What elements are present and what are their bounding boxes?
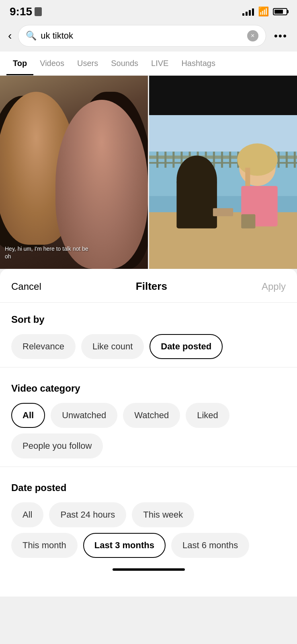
svg-rect-13 — [229, 152, 231, 168]
video-category-chips: All Unwatched Watched Liked — [11, 403, 286, 428]
date-all-chip[interactable]: All — [11, 502, 43, 527]
wifi-icon: 📶 — [258, 6, 269, 17]
category-all-chip[interactable]: All — [11, 403, 45, 428]
date-posted-title: Date posted — [11, 482, 286, 493]
filter-sheet: Cancel Filters Apply Sort by Relevance L… — [0, 269, 297, 597]
date-week-chip[interactable]: This week — [132, 502, 194, 527]
filter-title: Filters — [136, 280, 167, 293]
date-3months-chip[interactable]: Last 3 months — [83, 533, 166, 558]
svg-rect-11 — [213, 152, 215, 168]
date-chips-row2: This month Last 3 months Last 6 months — [11, 533, 286, 558]
home-indicator — [0, 562, 297, 580]
svg-rect-26 — [176, 180, 217, 229]
tab-top[interactable]: Top — [6, 52, 33, 75]
date-posted-section: Date posted All Past 24 hours This week … — [0, 471, 297, 562]
clear-button[interactable]: × — [247, 30, 258, 41]
search-input[interactable]: uk tiktok — [41, 31, 243, 41]
more-button[interactable]: ••• — [271, 28, 291, 44]
svg-rect-22 — [149, 115, 297, 151]
status-bar: 9:15 📶 — [0, 0, 297, 22]
filter-header: Cancel Filters Apply — [0, 269, 297, 303]
time-text: 9:15 — [10, 5, 32, 18]
date-24h-chip[interactable]: Past 24 hours — [49, 502, 126, 527]
video-category-section: Video category All Unwatched Watched Lik… — [0, 372, 297, 462]
signal-icon — [242, 8, 254, 16]
svg-rect-21 — [294, 152, 296, 168]
divider-2 — [0, 466, 297, 467]
tab-users[interactable]: Users — [71, 52, 104, 75]
record-icon — [35, 7, 42, 16]
svg-rect-5 — [164, 152, 166, 168]
tabs-row: Top Videos Users Sounds LIVE Hashtags — [0, 52, 297, 76]
back-button[interactable]: ‹ — [6, 28, 13, 44]
svg-rect-19 — [278, 152, 280, 168]
svg-rect-12 — [221, 152, 223, 168]
tab-live[interactable]: LIVE — [145, 52, 175, 75]
search-input-container[interactable]: 🔍 uk tiktok × — [18, 25, 266, 47]
date-6months-chip[interactable]: Last 6 months — [171, 533, 249, 558]
svg-rect-6 — [172, 152, 174, 168]
sort-date-posted-chip[interactable]: Date posted — [150, 334, 223, 359]
apply-button[interactable]: Apply — [262, 281, 286, 292]
search-bar-area: ‹ 🔍 uk tiktok × ••• — [0, 22, 297, 52]
scene-svg — [149, 115, 297, 269]
tab-hashtags[interactable]: Hashtags — [175, 52, 222, 75]
svg-rect-31 — [213, 208, 233, 216]
status-time: 9:15 — [10, 5, 42, 18]
video-grid: Hey, hi um, I'm here to talk not beoh — [0, 76, 297, 269]
category-watched-chip[interactable]: Watched — [123, 403, 180, 428]
home-bar — [113, 568, 185, 571]
date-month-chip[interactable]: This month — [11, 533, 78, 558]
svg-rect-20 — [286, 152, 288, 168]
tab-sounds[interactable]: Sounds — [104, 52, 145, 75]
cancel-button[interactable]: Cancel — [11, 281, 41, 292]
sort-relevance-chip[interactable]: Relevance — [11, 334, 76, 359]
video-thumb-left[interactable]: Hey, hi um, I'm here to talk not beoh — [0, 76, 148, 269]
tab-videos[interactable]: Videos — [33, 52, 71, 75]
search-icon: 🔍 — [26, 31, 37, 41]
svg-point-28 — [237, 143, 278, 175]
sort-by-title: Sort by — [11, 314, 286, 325]
status-icons: 📶 — [242, 6, 287, 17]
sort-like-count-chip[interactable]: Like count — [81, 334, 144, 359]
category-follow-chip[interactable]: People you follow — [11, 433, 103, 458]
divider-1 — [0, 367, 297, 367]
svg-rect-32 — [241, 214, 255, 228]
video-category-chips-row2: People you follow — [11, 433, 286, 458]
date-chips-row1: All Past 24 hours This week — [11, 502, 286, 527]
category-liked-chip[interactable]: Liked — [186, 403, 229, 428]
video-caption-left: Hey, hi um, I'm here to talk not beoh — [5, 245, 88, 261]
sort-by-section: Sort by Relevance Like count Date posted — [0, 303, 297, 363]
category-unwatched-chip[interactable]: Unwatched — [51, 403, 117, 428]
svg-rect-4 — [156, 152, 158, 168]
video-thumb-right[interactable] — [149, 76, 297, 269]
battery-icon — [273, 8, 287, 15]
video-category-title: Video category — [11, 383, 286, 394]
sort-by-chips: Relevance Like count Date posted — [11, 334, 286, 359]
